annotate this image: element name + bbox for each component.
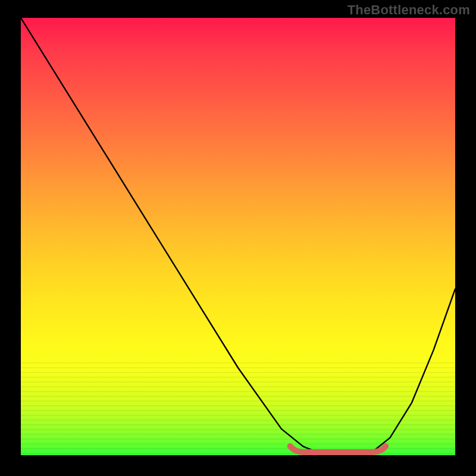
background-gradient: [21, 18, 455, 455]
plot-area: [21, 18, 455, 455]
chart-frame: TheBottleneck.com: [0, 0, 476, 476]
watermark-text: TheBottleneck.com: [347, 2, 470, 18]
